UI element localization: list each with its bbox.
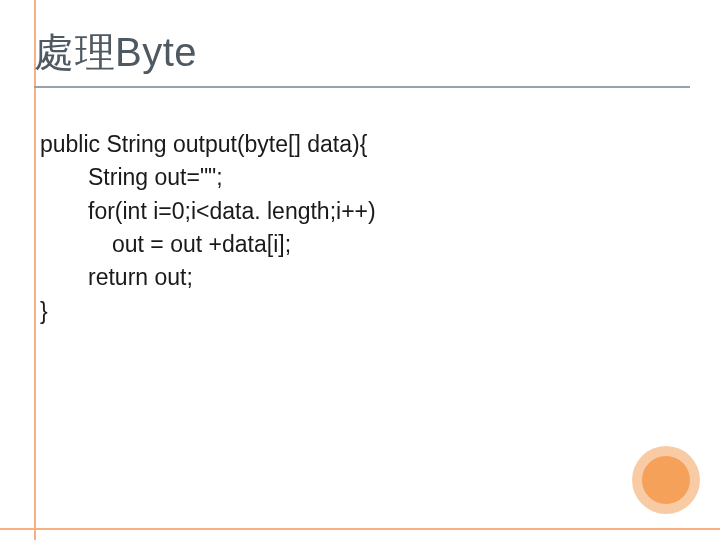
code-block: public String output(byte[] data){ Strin… (40, 128, 680, 328)
code-line-3: for(int i=0;i<data. length;i++) (40, 195, 680, 228)
slide: 處理Byte public String output(byte[] data)… (0, 0, 720, 540)
code-line-1: public String output(byte[] data){ (40, 128, 680, 161)
svg-point-1 (642, 456, 690, 504)
slide-title: 處理Byte (34, 30, 690, 74)
code-line-5: return out; (40, 261, 680, 294)
code-line-4: out = out +data[i]; (40, 228, 680, 261)
code-line-6: } (40, 295, 680, 328)
code-line-2: String out=""; (40, 161, 680, 194)
title-container: 處理Byte (34, 30, 690, 88)
accent-circle-icon (630, 444, 702, 516)
bottom-horizontal-rule (0, 528, 720, 530)
